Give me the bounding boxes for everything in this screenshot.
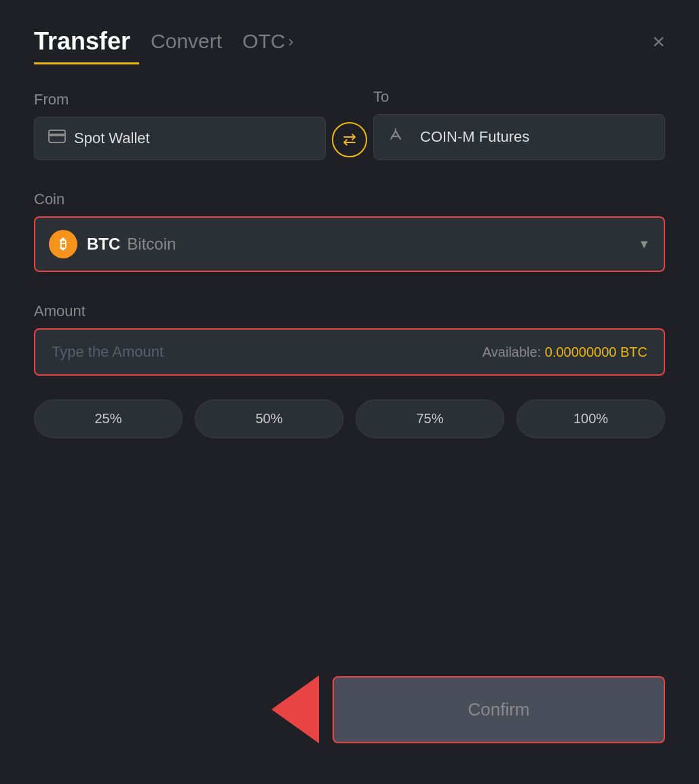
- tab-active-underline: [34, 62, 139, 64]
- btc-icon: ₿: [49, 230, 77, 258]
- coin-label: Coin: [34, 191, 64, 208]
- arrow-icon: [271, 675, 319, 743]
- amount-label: Amount: [34, 302, 86, 319]
- from-wallet-label: Spot Wallet: [74, 130, 150, 147]
- modal-header: Transfer Convert OTC › ×: [34, 27, 665, 56]
- tab-otc[interactable]: OTC ›: [242, 30, 293, 53]
- to-wallet-label: COIN-M Futures: [420, 128, 529, 146]
- otc-chevron-icon: ›: [288, 32, 293, 51]
- to-section: To COIN-M Futures: [373, 88, 665, 160]
- coin-selector[interactable]: ₿ BTC Bitcoin ▼: [34, 216, 665, 272]
- svg-rect-1: [49, 134, 65, 136]
- close-button[interactable]: ×: [652, 31, 665, 52]
- swap-button[interactable]: ⇄: [332, 122, 367, 157]
- swap-icon: ⇄: [343, 130, 356, 149]
- from-wallet-selector[interactable]: Spot Wallet: [34, 117, 326, 160]
- from-to-row: From Spot Wallet ⇄ To: [34, 88, 665, 160]
- to-label: To: [373, 88, 665, 106]
- percent-50-button[interactable]: 50%: [195, 399, 343, 438]
- from-section: From Spot Wallet: [34, 91, 326, 160]
- swap-container: ⇄: [326, 122, 373, 160]
- to-wallet-selector[interactable]: COIN-M Futures: [373, 114, 665, 160]
- confirm-button[interactable]: Confirm: [333, 676, 665, 743]
- available-label: Available:: [483, 345, 541, 359]
- modal-title: Transfer: [34, 27, 130, 56]
- percent-75-button[interactable]: 75%: [356, 399, 504, 438]
- available-value: 0.00000000 BTC: [545, 345, 647, 359]
- coin-name: Bitcoin: [127, 235, 176, 254]
- bottom-row: Confirm: [34, 662, 665, 743]
- amount-input-box[interactable]: Type the Amount Available: 0.00000000 BT…: [34, 328, 665, 376]
- percent-25-button[interactable]: 25%: [34, 399, 183, 438]
- coin-symbol: BTC: [87, 235, 120, 254]
- coin-section: Coin ₿ BTC Bitcoin ▼: [34, 191, 665, 272]
- tab-convert[interactable]: Convert: [151, 30, 222, 53]
- arrow-container: [34, 675, 333, 743]
- percent-100-button[interactable]: 100%: [516, 399, 665, 438]
- from-label: From: [34, 91, 326, 109]
- amount-section: Amount Type the Amount Available: 0.0000…: [34, 302, 665, 376]
- coin-chevron-icon: ▼: [638, 237, 650, 252]
- futures-icon: [388, 127, 404, 147]
- wallet-icon: [48, 130, 66, 147]
- amount-placeholder: Type the Amount: [52, 343, 164, 361]
- percent-row: 25% 50% 75% 100%: [34, 399, 665, 438]
- amount-available: Available: 0.00000000 BTC: [483, 345, 647, 360]
- transfer-modal: Transfer Convert OTC › × From Spot Walle…: [0, 0, 699, 784]
